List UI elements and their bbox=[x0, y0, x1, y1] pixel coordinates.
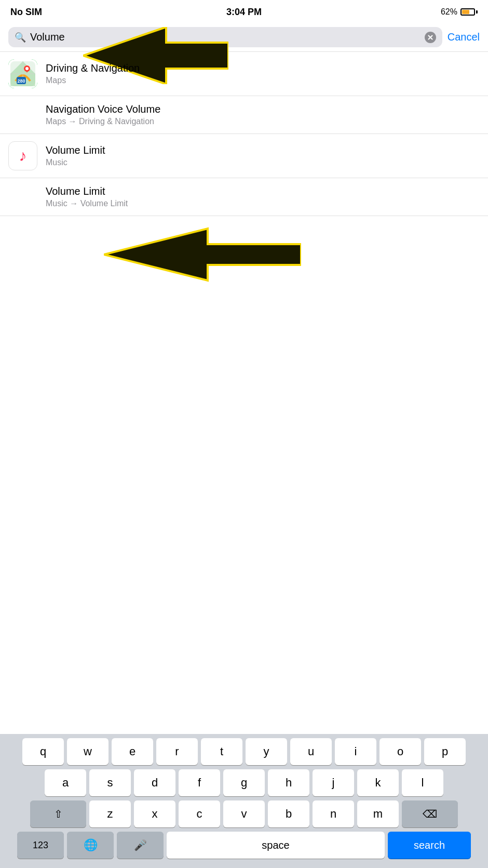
key-v[interactable]: v bbox=[223, 800, 265, 827]
key-delete[interactable]: ⌫ bbox=[402, 800, 458, 827]
key-w[interactable]: w bbox=[67, 738, 109, 765]
music-note-icon: ♪ bbox=[19, 147, 27, 165]
svg-text:280: 280 bbox=[17, 78, 25, 84]
result-text-volume-limit-1: Volume Limit Music bbox=[46, 144, 480, 167]
cancel-button[interactable]: Cancel bbox=[448, 31, 480, 43]
keyboard-row-2: a s d f g h j k l bbox=[2, 769, 486, 796]
key-d[interactable]: d bbox=[134, 769, 175, 796]
battery-icon bbox=[460, 8, 478, 16]
key-x[interactable]: x bbox=[134, 800, 175, 827]
key-q[interactable]: q bbox=[22, 738, 64, 765]
carrier-label: No SIM bbox=[10, 7, 42, 18]
svg-point-9 bbox=[25, 67, 29, 70]
result-text-volume-limit-2: Volume Limit Music → Volume Limit bbox=[46, 185, 480, 208]
result-item-volume-limit-2[interactable]: Volume Limit Music → Volume Limit bbox=[0, 178, 488, 216]
key-c[interactable]: c bbox=[179, 800, 220, 827]
maps-app-icon: 280 bbox=[8, 59, 37, 88]
key-y[interactable]: y bbox=[246, 738, 287, 765]
keyboard: q w e r t y u i o p a s d f g h j k l ⇧ … bbox=[0, 734, 488, 868]
result-title-nav-voice: Navigation Voice Volume bbox=[46, 103, 480, 115]
key-u[interactable]: u bbox=[290, 738, 332, 765]
result-title-driving-navigation: Driving & Navigation bbox=[46, 62, 480, 74]
key-numbers[interactable]: 123 bbox=[17, 832, 64, 859]
key-p[interactable]: p bbox=[424, 738, 466, 765]
key-shift[interactable]: ⇧ bbox=[30, 800, 86, 827]
result-text-driving-navigation: Driving & Navigation Maps bbox=[46, 62, 480, 85]
key-r[interactable]: r bbox=[156, 738, 198, 765]
search-bar-container: 🔍 Cancel bbox=[0, 23, 488, 52]
key-globe[interactable]: 🌐 bbox=[67, 832, 114, 859]
keyboard-row-3: ⇧ z x c v b n m ⌫ bbox=[2, 800, 486, 827]
result-text-nav-voice: Navigation Voice Volume Maps → Driving &… bbox=[46, 103, 480, 126]
key-i[interactable]: i bbox=[335, 738, 376, 765]
empty-space bbox=[0, 216, 488, 439]
battery-percent: 62% bbox=[441, 7, 457, 17]
key-m[interactable]: m bbox=[357, 800, 399, 827]
search-icon: 🔍 bbox=[15, 32, 26, 43]
result-title-volume-limit-2: Volume Limit bbox=[46, 185, 480, 197]
key-j[interactable]: j bbox=[313, 769, 354, 796]
status-right: 62% bbox=[441, 7, 478, 17]
key-n[interactable]: n bbox=[313, 800, 354, 827]
key-o[interactable]: o bbox=[379, 738, 421, 765]
search-input-wrapper[interactable]: 🔍 bbox=[8, 27, 442, 47]
clear-button[interactable] bbox=[425, 32, 436, 43]
key-z[interactable]: z bbox=[89, 800, 131, 827]
keyboard-bottom-pad bbox=[2, 863, 486, 868]
result-subtitle-volume-limit-1: Music bbox=[46, 158, 480, 167]
keyboard-bottom-row: 123 🌐 🎤 space search bbox=[2, 832, 486, 859]
key-b[interactable]: b bbox=[268, 800, 309, 827]
key-s[interactable]: s bbox=[89, 769, 131, 796]
result-title-volume-limit-1: Volume Limit bbox=[46, 144, 480, 156]
music-app-icon: ♪ bbox=[8, 141, 37, 170]
key-h[interactable]: h bbox=[268, 769, 309, 796]
key-k[interactable]: k bbox=[357, 769, 399, 796]
keyboard-row-1: q w e r t y u i o p bbox=[2, 738, 486, 765]
key-f[interactable]: f bbox=[179, 769, 220, 796]
key-l[interactable]: l bbox=[402, 769, 443, 796]
result-subtitle-volume-limit-2: Music → Volume Limit bbox=[46, 199, 480, 208]
time-label: 3:04 PM bbox=[226, 7, 262, 18]
key-microphone[interactable]: 🎤 bbox=[117, 832, 164, 859]
key-t[interactable]: t bbox=[201, 738, 242, 765]
result-item-volume-limit-1[interactable]: ♪ Volume Limit Music bbox=[0, 134, 488, 178]
key-search[interactable]: search bbox=[388, 832, 471, 859]
search-results: 280 Driving & Navigation Maps Navigation… bbox=[0, 52, 488, 216]
key-a[interactable]: a bbox=[45, 769, 86, 796]
result-item-driving-navigation[interactable]: 280 Driving & Navigation Maps bbox=[0, 52, 488, 96]
status-bar: No SIM 3:04 PM 62% bbox=[0, 0, 488, 23]
search-input[interactable] bbox=[30, 31, 421, 43]
key-space[interactable]: space bbox=[167, 832, 385, 859]
key-g[interactable]: g bbox=[223, 769, 265, 796]
result-item-nav-voice[interactable]: Navigation Voice Volume Maps → Driving &… bbox=[0, 96, 488, 134]
result-subtitle-nav-voice: Maps → Driving & Navigation bbox=[46, 117, 480, 126]
key-e[interactable]: e bbox=[112, 738, 153, 765]
result-subtitle-driving-navigation: Maps bbox=[46, 76, 480, 85]
